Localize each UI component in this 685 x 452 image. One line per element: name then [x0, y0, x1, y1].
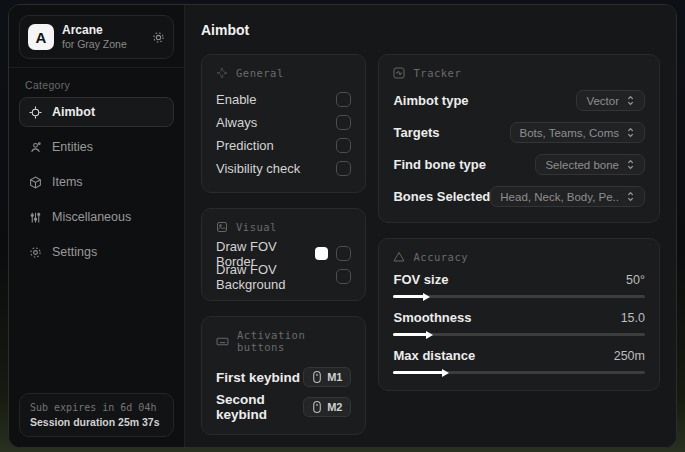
visibility-check-checkbox[interactable]	[336, 161, 351, 176]
keybind-value: M1	[327, 371, 342, 383]
sidebar-divider	[9, 67, 184, 68]
slider-row-smoothness: Smoothness 15.0	[393, 310, 645, 336]
app-subtitle: for Gray Zone	[62, 38, 127, 51]
app-logo: A	[28, 24, 54, 50]
sidebar-item-miscellaneous[interactable]: Miscellaneous	[19, 202, 174, 232]
slider-thumb[interactable]	[423, 293, 430, 301]
sidebar-item-aimbot[interactable]: Aimbot	[19, 97, 174, 127]
dropdown-row-aimbot-type: Aimbot type Vector	[393, 90, 645, 111]
fov-size-slider[interactable]	[393, 295, 645, 298]
second-keybind-button[interactable]: M2	[303, 397, 351, 417]
triangle-icon	[393, 251, 405, 263]
sidebar-item-entities[interactable]: Entities	[19, 132, 174, 162]
smoothness-slider[interactable]	[393, 333, 645, 336]
slider-fill	[393, 333, 427, 336]
toggle-label: Enable	[216, 92, 256, 107]
bones-selected-dropdown[interactable]: Head, Neck, Body, Pe..	[490, 186, 645, 207]
sidebar-item-label: Items	[52, 175, 83, 189]
chevron-up-down-icon	[626, 95, 635, 106]
max-distance-slider[interactable]	[393, 371, 645, 374]
dropdown-label: Targets	[393, 125, 439, 140]
card-title: Accuracy	[413, 251, 468, 263]
session-duration-text: Session duration 25m 37s	[30, 416, 163, 428]
dropdown-value: Vector	[586, 95, 619, 107]
activity-icon	[393, 67, 405, 79]
subscription-info: Sub expires in 6d 04h Session duration 2…	[19, 393, 174, 437]
accuracy-card: Accuracy FOV size 50° Smoothness	[378, 238, 660, 391]
keybind-row-first: First keybind M1	[216, 362, 351, 392]
draw-fov-background-checkbox[interactable]	[336, 269, 351, 284]
sidebar-nav: Aimbot Entities Items Miscellaneous	[9, 97, 184, 272]
sidebar-item-label: Entities	[52, 140, 93, 154]
dropdown-label: Bones Selected	[393, 189, 490, 204]
app-window: A Arcane for Gray Zone Category Aimbot	[8, 4, 677, 448]
sidebar-item-label: Settings	[52, 245, 97, 259]
slider-thumb[interactable]	[442, 369, 449, 377]
sidebar-item-settings[interactable]: Settings	[19, 237, 174, 267]
first-keybind-button[interactable]: M1	[303, 367, 351, 387]
page-title: Aimbot	[201, 22, 660, 38]
dropdown-row-find-bone-type: Find bone type Selected bone	[393, 154, 645, 175]
sidebar: A Arcane for Gray Zone Category Aimbot	[9, 5, 185, 447]
dropdown-label: Aimbot type	[393, 93, 468, 108]
slider-label: Smoothness	[393, 310, 471, 325]
toggle-label: Prediction	[216, 138, 274, 153]
category-label: Category	[9, 70, 184, 97]
card-title: Activation buttons	[237, 329, 351, 353]
slider-label: FOV size	[393, 272, 448, 287]
slider-value: 15.0	[621, 311, 645, 325]
slider-row-max-distance: Max distance 250m	[393, 348, 645, 374]
crosshair-icon	[216, 67, 228, 79]
aimbot-type-dropdown[interactable]: Vector	[576, 90, 645, 111]
toggle-row-enable: Enable	[216, 88, 351, 111]
targets-dropdown[interactable]: Bots, Teams, Coms	[510, 122, 646, 143]
sidebar-item-label: Aimbot	[52, 105, 95, 119]
dropdown-value: Selected bone	[545, 159, 619, 171]
sidebar-item-label: Miscellaneous	[52, 210, 131, 224]
dropdown-row-targets: Targets Bots, Teams, Coms	[393, 122, 645, 143]
slider-value: 250m	[614, 349, 645, 363]
cube-icon	[29, 176, 42, 189]
general-card: General Enable Always Prediction	[201, 54, 366, 193]
toggle-row-always: Always	[216, 111, 351, 134]
find-bone-type-dropdown[interactable]: Selected bone	[535, 154, 645, 175]
card-title: Tracker	[413, 67, 461, 79]
activation-buttons-card: Activation buttons First keybind M1 Seco…	[201, 316, 366, 435]
main-content: Aimbot General Enable Al	[185, 5, 676, 447]
draw-fov-border-checkbox[interactable]	[336, 246, 351, 261]
dropdown-row-bones-selected: Bones Selected Head, Neck, Body, Pe..	[393, 186, 645, 207]
toggle-row-draw-fov-background: Draw FOV Background	[216, 265, 351, 288]
slider-value: 50°	[626, 273, 645, 287]
visual-card: Visual Draw FOV Border Draw FOV Backgrou…	[201, 208, 366, 301]
gear-icon	[152, 31, 165, 44]
gear-icon	[29, 246, 42, 259]
prediction-checkbox[interactable]	[336, 138, 351, 153]
dropdown-value: Bots, Teams, Coms	[520, 127, 620, 139]
keybind-label: First keybind	[216, 370, 300, 385]
sidebar-item-items[interactable]: Items	[19, 167, 174, 197]
slider-thumb[interactable]	[426, 331, 433, 339]
keyboard-icon	[216, 335, 229, 348]
header-gear-button[interactable]	[152, 31, 165, 44]
card-title: General	[236, 67, 284, 79]
app-name: Arcane	[62, 23, 127, 38]
dropdown-label: Find bone type	[393, 157, 485, 172]
enable-checkbox[interactable]	[336, 92, 351, 107]
chevron-up-down-icon	[626, 159, 635, 170]
fov-border-color-swatch[interactable]	[315, 247, 328, 260]
keybind-value: M2	[327, 401, 342, 413]
card-title: Visual	[236, 221, 277, 233]
sliders-icon	[29, 211, 42, 224]
app-header: A Arcane for Gray Zone	[19, 15, 174, 59]
toggle-row-visibility-check: Visibility check	[216, 157, 351, 180]
toggle-label: Always	[216, 115, 257, 130]
keybind-row-second: Second keybind M2	[216, 392, 351, 422]
entities-icon	[29, 141, 42, 154]
always-checkbox[interactable]	[336, 115, 351, 130]
sub-expires-text: Sub expires in 6d 04h	[30, 402, 163, 413]
toggle-label: Draw FOV Background	[216, 262, 336, 292]
slider-label: Max distance	[393, 348, 475, 363]
toggle-label: Visibility check	[216, 161, 300, 176]
tracker-card: Tracker Aimbot type Vector Targets	[378, 54, 660, 223]
crosshair-icon	[29, 106, 42, 119]
